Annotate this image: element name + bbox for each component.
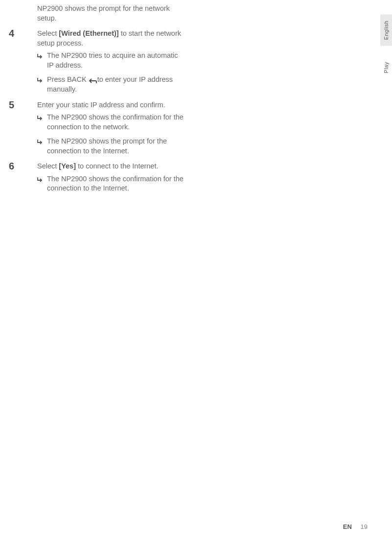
arrow-icon: [37, 138, 44, 145]
step-4-text: Select [Wired (Ethernet)] to start the n…: [37, 29, 186, 48]
continuation-text: NP2900 shows the prompt for the network …: [20, 4, 186, 23]
step-4-pre: Select: [37, 29, 59, 37]
step-5: 5 Enter your static IP address and confi…: [20, 100, 186, 156]
step-6-bold: [Yes]: [59, 162, 76, 170]
step-5-sub-2: The NP2900 shows the prompt for the conn…: [47, 137, 186, 156]
step-number-5: 5: [9, 99, 14, 111]
step-5-text: Enter your static IP address and confirm…: [37, 100, 186, 110]
step-6-text: Select [Yes] to connect to the Internet.: [37, 162, 186, 171]
step-4-bold: [Wired (Ethernet)]: [59, 29, 118, 37]
back-icon: [89, 77, 97, 84]
step-4-sub-1: The NP2900 tries to acquire an automatic…: [47, 51, 186, 70]
step-number-4: 4: [9, 28, 14, 39]
step-4-sub-2-bold: BACK: [67, 75, 87, 83]
tab-play: Play: [380, 56, 392, 79]
step-5-pre: Enter your static IP address and confirm…: [37, 101, 165, 109]
step-5-sub-1: The NP2900 shows the confirmation for th…: [47, 113, 186, 132]
footer-page-number: 19: [361, 523, 368, 530]
step-number-6: 6: [9, 161, 14, 172]
step-5-sub-2-text: The NP2900 shows the prompt for the conn…: [47, 137, 167, 155]
arrow-icon: [37, 114, 44, 121]
step-5-sub-1-text: The NP2900 shows the confirmation for th…: [47, 113, 184, 131]
step-4-sub-2: Press BACK to enter your IP address manu…: [47, 75, 186, 94]
arrow-icon: [37, 76, 44, 83]
side-tabs: English Play: [380, 15, 392, 79]
arrow-icon: [37, 52, 44, 59]
step-6-sub-1-text: The NP2900 shows the confirmation for th…: [47, 175, 184, 192]
footer-lang: EN: [343, 523, 352, 530]
step-4-sub-1-text: The NP2900 tries to acquire an automatic…: [47, 51, 178, 69]
step-6-pre: Select: [37, 162, 59, 170]
step-6-sub-1: The NP2900 shows the confirmation for th…: [47, 174, 186, 193]
step-4-sub-2-pre: Press: [47, 75, 67, 83]
step-4: 4 Select [Wired (Ethernet)] to start the…: [20, 29, 186, 94]
step-6-post: to connect to the Internet.: [76, 162, 158, 170]
page-footer: EN 19: [343, 523, 368, 530]
step-6: 6 Select [Yes] to connect to the Interne…: [20, 162, 186, 193]
tab-english: English: [380, 15, 392, 46]
arrow-icon: [37, 176, 44, 183]
